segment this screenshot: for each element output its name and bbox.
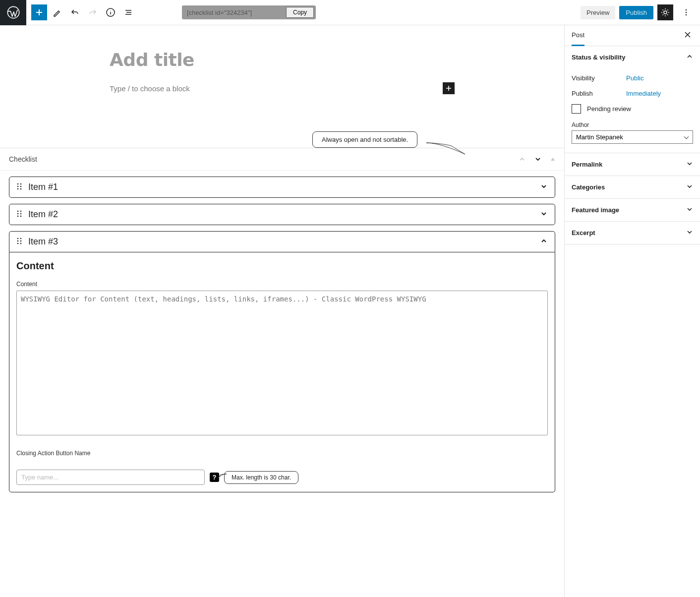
author-select[interactable]: Martin Stepanek — [572, 130, 693, 144]
pending-review-label: Pending review — [587, 105, 631, 113]
wordpress-logo[interactable] — [0, 0, 26, 25]
top-toolbar: Copy Preview Publish — [0, 0, 700, 25]
visibility-value[interactable]: Public — [626, 74, 643, 82]
triangle-up-icon — [550, 157, 555, 162]
outline-icon[interactable] — [120, 4, 136, 20]
publish-button[interactable]: Publish — [619, 6, 653, 19]
panel-title: Categories — [572, 183, 605, 191]
panel-header[interactable]: Permalink — [565, 153, 700, 176]
annotation-callout: Always open and not sortable. — [312, 131, 417, 148]
svg-point-14 — [17, 213, 19, 215]
svg-point-19 — [20, 238, 22, 239]
add-block-inline-button[interactable] — [443, 82, 455, 94]
svg-point-15 — [20, 213, 22, 215]
svg-point-3 — [686, 9, 687, 11]
panel-categories: Categories — [565, 176, 700, 199]
panel-featured-image: Featured image — [565, 199, 700, 222]
svg-point-16 — [17, 216, 19, 217]
settings-button[interactable] — [657, 4, 673, 20]
panel-status-visibility: Status & visibility Visibility Public Pu… — [565, 46, 700, 153]
svg-point-21 — [20, 240, 22, 242]
svg-point-18 — [17, 238, 19, 239]
undo-button[interactable] — [67, 4, 83, 20]
editor-canvas: Add title Type / to choose a block — [0, 25, 564, 106]
preview-button[interactable]: Preview — [581, 6, 615, 19]
svg-point-2 — [664, 11, 667, 14]
sidebar-tabs: Post — [565, 25, 700, 46]
chevron-up-icon — [519, 156, 525, 163]
cabn-field-label: Closing Action Button Name — [16, 450, 548, 457]
panel-title: Status & visibility — [572, 54, 625, 61]
svg-point-6 — [17, 183, 19, 185]
shortcode-field: Copy — [182, 5, 316, 19]
callout-text: Max. length is 30 char. — [224, 471, 298, 484]
shortcode-input[interactable] — [187, 9, 286, 16]
content-heading: Content — [16, 260, 548, 272]
svg-point-13 — [20, 211, 22, 212]
info-icon[interactable] — [103, 4, 118, 20]
redo-button — [85, 4, 101, 20]
checklist-item[interactable]: Item #1 — [9, 177, 555, 198]
content-field-label: Content — [16, 281, 548, 288]
post-title-input[interactable]: Add title — [110, 49, 455, 70]
svg-point-23 — [20, 243, 22, 244]
drag-handle-icon[interactable] — [16, 210, 22, 219]
panel-excerpt: Excerpt — [565, 222, 700, 244]
chevron-up-icon — [540, 237, 548, 246]
panel-header[interactable]: Excerpt — [565, 222, 700, 244]
panel-title: Permalink — [572, 161, 602, 168]
edit-icon[interactable] — [49, 4, 65, 20]
chevron-down-icon — [686, 183, 693, 191]
copy-button[interactable]: Copy — [286, 7, 314, 18]
svg-point-10 — [17, 188, 19, 190]
chevron-down-icon — [686, 229, 693, 237]
item-label: Item #3 — [28, 237, 58, 247]
svg-point-12 — [17, 211, 19, 212]
panel-title: Featured image — [572, 206, 619, 214]
chevron-down-icon — [686, 160, 693, 169]
svg-point-22 — [17, 243, 19, 244]
svg-point-8 — [17, 186, 19, 187]
callout-text: Always open and not sortable. — [312, 131, 417, 148]
add-block-toolbar-button[interactable] — [31, 4, 47, 20]
checklist-metabox: Always open and not sortable. Checklist … — [0, 148, 564, 502]
visibility-label: Visibility — [572, 74, 626, 82]
svg-point-5 — [686, 14, 687, 16]
checklist-item[interactable]: Item #2 — [9, 204, 555, 225]
checklist-header[interactable]: Checklist — [0, 148, 564, 171]
publish-label: Publish — [572, 90, 626, 97]
content-wysiwyg[interactable] — [16, 291, 548, 435]
panel-header[interactable]: Categories — [565, 176, 700, 198]
more-menu-button[interactable] — [678, 4, 694, 20]
block-placeholder[interactable]: Type / to choose a block — [110, 84, 190, 93]
svg-point-17 — [20, 216, 22, 217]
svg-point-4 — [686, 12, 687, 13]
drag-handle-icon[interactable] — [16, 237, 22, 246]
panel-header[interactable]: Featured image — [565, 199, 700, 221]
chevron-up-icon — [686, 53, 693, 61]
svg-point-9 — [20, 186, 22, 187]
checklist-item-panel: Content Content Closing Action Button Na… — [9, 252, 555, 492]
chevron-down-icon — [540, 182, 548, 192]
svg-point-11 — [20, 188, 22, 190]
settings-sidebar: Post Status & visibility Visibility Publ… — [564, 25, 700, 597]
item-label: Item #2 — [28, 209, 58, 220]
chevron-down-icon — [686, 206, 693, 214]
author-label: Author — [572, 121, 693, 128]
item-label: Item #1 — [28, 182, 58, 192]
publish-value[interactable]: Immediately — [626, 90, 661, 97]
checklist-item[interactable]: Item #3 — [9, 231, 555, 252]
chevron-down-icon — [540, 210, 548, 219]
annotation-callout: Max. length is 30 char. — [224, 471, 298, 484]
panel-title: Excerpt — [572, 229, 595, 237]
panel-permalink: Permalink — [565, 153, 700, 176]
chevron-down-icon[interactable] — [534, 156, 541, 163]
drag-handle-icon[interactable] — [16, 182, 22, 192]
panel-header[interactable]: Status & visibility — [565, 46, 700, 68]
pending-review-checkbox[interactable] — [572, 104, 581, 114]
close-sidebar-button[interactable] — [682, 29, 693, 42]
tab-post[interactable]: Post — [572, 25, 584, 46]
closing-action-button-name-input[interactable] — [16, 470, 205, 485]
svg-point-20 — [17, 240, 19, 242]
checklist-label: Checklist — [9, 155, 37, 163]
